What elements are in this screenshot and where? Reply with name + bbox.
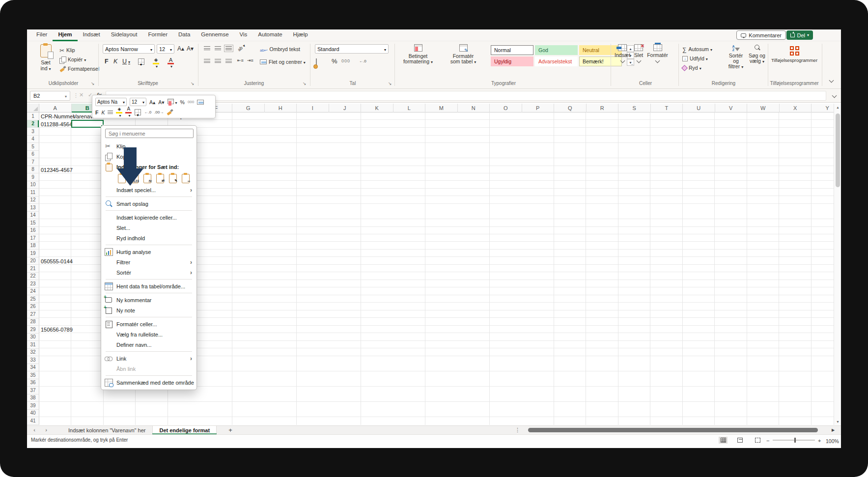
addins-icon[interactable] (790, 46, 799, 56)
ribbon-tab-gennemse[interactable]: Gennemse (196, 29, 234, 41)
percent-style-button[interactable]: % (332, 57, 337, 65)
menu-item-vælg-fra-rulleliste[interactable]: Vælg fra rulleliste... (101, 329, 196, 339)
mini-italic-button[interactable]: K (101, 110, 105, 115)
column-header-W[interactable]: W (747, 104, 780, 112)
mini-decrease-decimal[interactable]: .00→ (154, 110, 164, 114)
row-header-33[interactable]: 33 (27, 356, 39, 364)
row-header-19[interactable]: 19 (27, 250, 39, 257)
ribbon-tab-automate[interactable]: Automate (252, 29, 287, 41)
number-format-select[interactable]: Standard (315, 44, 389, 54)
column-header-G[interactable]: G (232, 104, 265, 112)
borders-button[interactable] (138, 58, 144, 65)
align-middle-icon[interactable] (215, 46, 221, 51)
row-header-32[interactable]: 32 (27, 349, 39, 357)
autosum-button[interactable]: Autosum (682, 45, 712, 53)
row-header-11[interactable]: 11 (27, 189, 39, 196)
number-dialog-launcher-icon[interactable]: ↘ (388, 81, 392, 86)
ribbon-tab-indsæt[interactable]: Indsæt (78, 29, 106, 41)
column-header-N[interactable]: N (458, 104, 490, 112)
normal-view-icon[interactable] (719, 437, 728, 444)
paste-option-formulas-icon[interactable]: fx (142, 173, 152, 183)
mini-align-icon[interactable] (108, 111, 113, 114)
menu-item-sammenkæd-med-dette-område[interactable]: Sammenkæd med dette område (101, 377, 196, 388)
row-header-38[interactable]: 38 (27, 394, 39, 402)
column-header-X[interactable]: X (780, 104, 812, 112)
accounting-format-button[interactable] (316, 58, 317, 68)
horizontal-scroll-thumb[interactable] (528, 428, 818, 432)
ribbon-tab-formler[interactable]: Formler (142, 29, 173, 41)
row-header-41[interactable]: 41 (27, 417, 39, 425)
select-all-corner[interactable] (27, 104, 39, 112)
ribbon-collapse-icon[interactable] (829, 78, 834, 83)
mini-merge-icon[interactable] (197, 100, 204, 105)
menu-item-ryd-indhold[interactable]: Ryd indhold (101, 233, 196, 243)
row-header-35[interactable]: 35 (27, 371, 39, 379)
wrap-text-button[interactable]: Ombryd tekst (260, 45, 300, 53)
zoom-slider-thumb[interactable] (794, 438, 796, 443)
increase-indent-icon[interactable]: ⇥≡ (247, 58, 253, 63)
conditional-formatting-button[interactable]: Betingetformatering (398, 44, 438, 65)
font-name-select[interactable]: Aptos Narrow (103, 44, 155, 54)
menu-item-klip[interactable]: Klip (101, 141, 196, 151)
previous-sheet-icon[interactable]: ‹ (31, 427, 38, 433)
align-center-icon[interactable] (215, 59, 221, 63)
mini-brush-icon[interactable] (167, 109, 173, 115)
italic-button[interactable]: K (113, 58, 117, 65)
sheet-tab-det-endelige-format[interactable]: Det endelige format (152, 426, 217, 435)
scroll-down-icon[interactable]: ▼ (834, 418, 841, 425)
horizontal-scrollbar[interactable] (521, 428, 830, 433)
row-header-20[interactable]: 20 (27, 257, 39, 265)
row-header-6[interactable]: 6 (27, 151, 39, 159)
row-header-13[interactable]: 13 (27, 204, 39, 212)
page-layout-view-icon[interactable] (735, 437, 744, 444)
row-header-28[interactable]: 28 (27, 318, 39, 326)
row-header-34[interactable]: 34 (27, 364, 39, 372)
cell-style-god[interactable]: God (535, 45, 578, 55)
menu-item-smart-opslag[interactable]: Smart opslag (101, 198, 196, 209)
column-header-L[interactable]: L (393, 104, 426, 112)
row-header-7[interactable]: 7 (27, 158, 39, 166)
row-header-4[interactable]: 4 (27, 136, 39, 143)
mini-comma-button[interactable]: 000 (188, 100, 194, 104)
active-cell-B2[interactable] (71, 120, 104, 128)
comments-button[interactable]: Kommentarer (736, 30, 786, 40)
menu-item-indstillinger-for-sæt-ind[interactable]: Indstillinger for Sæt ind: (101, 162, 196, 172)
paste-button[interactable]: Sæt ind (35, 44, 56, 71)
align-right-icon[interactable] (225, 59, 232, 63)
vertical-scrollbar[interactable]: ▲ ▼ (834, 104, 841, 425)
row-header-22[interactable]: 22 (27, 273, 39, 281)
ribbon-tab-hjælp[interactable]: Hjælp (288, 29, 313, 41)
fill-color-button[interactable]: ◈ (153, 57, 159, 69)
menu-item-hurtig-analyse[interactable]: Hurtig analyse (101, 247, 196, 257)
sheet-bar-more-icon[interactable]: ⋮ (515, 427, 520, 433)
column-header-V[interactable]: V (715, 104, 748, 112)
cell-style-normal[interactable]: Normal (491, 45, 533, 55)
next-sheet-icon[interactable]: › (43, 427, 50, 433)
find-select-button[interactable]: Søg ogvælg (748, 44, 766, 64)
zoom-percentage[interactable]: 100% (826, 438, 839, 444)
row-header-1[interactable]: 1 (27, 112, 39, 120)
font-size-select[interactable]: 12 (157, 44, 174, 54)
shrink-font-button[interactable]: A▾ (187, 45, 194, 52)
mini-font-size-select[interactable]: 12 (130, 98, 146, 106)
row-header-5[interactable]: 5 (27, 143, 39, 151)
menu-item-link[interactable]: Link (101, 353, 196, 364)
menu-item-indsæt-kopierede-celler[interactable]: Indsæt kopierede celler... (101, 212, 196, 223)
menu-search-input[interactable] (105, 129, 194, 138)
align-top-icon[interactable] (204, 46, 210, 51)
row-header-18[interactable]: 18 (27, 242, 39, 250)
ribbon-tab-data[interactable]: Data (173, 29, 196, 41)
row-header-26[interactable]: 26 (27, 303, 39, 311)
row-header-24[interactable]: 24 (27, 288, 39, 296)
sort-filter-button[interactable]: AZ Sortér ogfiltrer (726, 44, 746, 70)
mini-shrink-font-button[interactable]: A▾ (158, 99, 164, 105)
vertical-scroll-thumb[interactable] (836, 113, 840, 187)
add-sheet-button[interactable]: + (226, 426, 235, 434)
formula-bar-dots-icon[interactable]: ⋮ (73, 92, 79, 99)
bold-button[interactable]: F (105, 58, 109, 65)
row-header-15[interactable]: 15 (27, 219, 39, 227)
row-header-8[interactable]: 8 (27, 166, 39, 174)
column-header-A[interactable]: A (39, 104, 72, 112)
ribbon-tab-sidelayout[interactable]: Sidelayout (106, 29, 143, 41)
formula-bar-expand-icon[interactable] (832, 93, 837, 98)
